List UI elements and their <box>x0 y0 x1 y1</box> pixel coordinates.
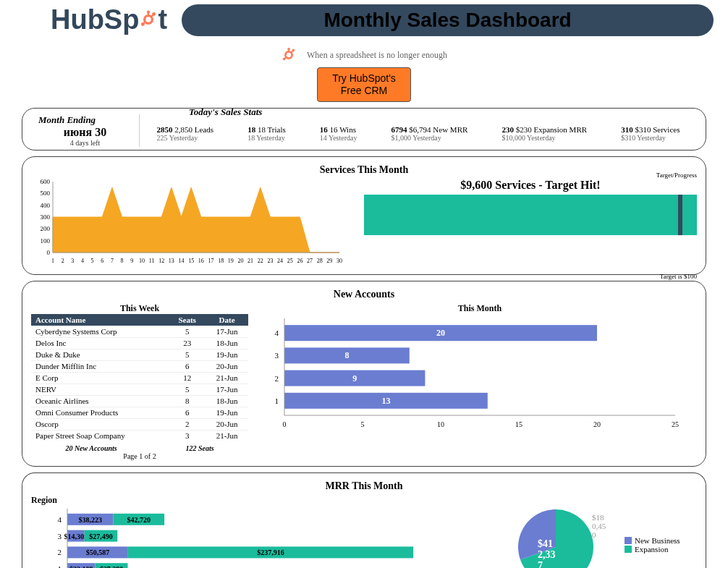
svg-text:26: 26 <box>297 258 302 264</box>
svg-text:300: 300 <box>41 213 51 221</box>
svg-text:2: 2 <box>62 258 64 264</box>
svg-text:1: 1 <box>275 396 279 404</box>
svg-text:$50,587: $50,587 <box>86 548 110 556</box>
accounts-title: New Accounts <box>31 289 697 300</box>
table-row: E Corp1221-Jun <box>31 372 248 383</box>
svg-text:600: 600 <box>41 179 51 185</box>
stat-item: 230 $230 Expansion MRR$10,000 Yesterday <box>501 125 587 142</box>
svg-text:25: 25 <box>287 258 293 264</box>
table-row: Oceanic Airlines818-Jun <box>31 395 248 407</box>
svg-text:30: 30 <box>337 258 342 264</box>
svg-text:19: 19 <box>228 258 234 264</box>
svg-text:3: 3 <box>71 258 74 264</box>
table-row: NERV517-Jun <box>31 383 248 395</box>
svg-text:9: 9 <box>130 258 133 264</box>
promo-tagline: When a spreadsheet is no longer enough <box>307 50 447 61</box>
svg-text:0: 0 <box>592 530 596 539</box>
svg-text:$23,109: $23,109 <box>69 565 93 568</box>
svg-text:4: 4 <box>58 514 62 523</box>
svg-text:0: 0 <box>283 420 287 428</box>
stat-item: 2850 2,850 Leads225 Yesterday <box>157 125 214 142</box>
svg-text:3: 3 <box>58 531 62 540</box>
svg-text:11: 11 <box>149 258 155 264</box>
svg-text:7: 7 <box>111 258 114 264</box>
svg-text:1: 1 <box>58 564 62 568</box>
svg-text:2: 2 <box>58 548 62 556</box>
try-crm-button[interactable]: Try HubSpot's Free CRM <box>317 67 411 102</box>
sprocket-icon <box>139 10 158 29</box>
mrr-pie-chart: $412,337$180,450 <box>505 500 614 568</box>
svg-text:0,45: 0,45 <box>592 522 606 530</box>
title-pill: Monthly Sales Dashboard <box>182 4 714 36</box>
svg-text:$42,720: $42,720 <box>127 515 151 523</box>
svg-text:13: 13 <box>381 395 390 405</box>
svg-text:15: 15 <box>188 258 194 264</box>
svg-text:20: 20 <box>237 258 243 264</box>
stat-item: 6794 $6,794 New MRR$1,000 Yesterday <box>391 125 468 142</box>
svg-line-12 <box>284 57 287 59</box>
svg-text:$38,223: $38,223 <box>78 515 102 523</box>
svg-text:6: 6 <box>101 258 103 264</box>
accounts-table: Account Name Seats Date Cyberdyne System… <box>31 314 248 441</box>
svg-text:9: 9 <box>352 373 357 383</box>
table-row: Delos Inc2318-Jun <box>31 337 248 349</box>
svg-text:2: 2 <box>275 373 279 382</box>
svg-text:$27,280: $27,280 <box>100 565 124 568</box>
svg-text:$237,916: $237,916 <box>257 548 284 556</box>
svg-text:4: 4 <box>81 258 84 264</box>
svg-text:$27,490: $27,490 <box>89 532 113 540</box>
svg-text:400: 400 <box>41 201 51 208</box>
hubspot-logo: HubSp t <box>51 4 167 35</box>
table-row: Cyberdyne Systems Corp517-Jun <box>31 326 248 337</box>
table-row: Dunder Mifflin Inc620-Jun <box>31 360 248 372</box>
svg-text:5: 5 <box>91 258 94 264</box>
svg-line-5 <box>143 22 145 24</box>
svg-line-13 <box>292 51 294 53</box>
svg-text:4: 4 <box>275 328 279 337</box>
svg-text:200: 200 <box>41 225 51 232</box>
sprocket-icon-small <box>281 47 297 63</box>
svg-text:14: 14 <box>179 258 185 264</box>
svg-text:25: 25 <box>672 420 679 428</box>
svg-text:20: 20 <box>593 420 601 428</box>
stat-item: 310 $310 Services$310 Yesterday <box>621 125 680 142</box>
svg-text:10: 10 <box>139 258 145 264</box>
svg-text:10: 10 <box>437 420 444 428</box>
svg-text:12: 12 <box>158 258 164 264</box>
table-row: Duke & Duke519-Jun <box>31 349 248 360</box>
svg-text:27: 27 <box>307 258 313 264</box>
svg-text:13: 13 <box>169 258 174 264</box>
svg-text:3: 3 <box>275 351 279 360</box>
svg-text:15: 15 <box>515 420 522 428</box>
table-row: Paper Street Soap Company321-Jun <box>31 430 248 441</box>
svg-text:23: 23 <box>267 258 273 264</box>
svg-text:8: 8 <box>344 350 349 360</box>
services-area-chart: 0100200300400500600123456789101112131415… <box>31 179 342 268</box>
svg-text:0: 0 <box>47 249 51 256</box>
svg-text:28: 28 <box>317 258 323 264</box>
svg-text:100: 100 <box>41 237 51 244</box>
svg-text:2,33: 2,33 <box>538 549 556 560</box>
svg-text:22: 22 <box>258 258 263 264</box>
mrr-bar-chart: $38,223$42,7204$14,305$27,4903$50,587$23… <box>31 506 494 568</box>
stat-item: 16 16 Wins14 Yesterday <box>320 125 357 142</box>
svg-text:20: 20 <box>436 328 445 338</box>
svg-text:1: 1 <box>51 258 54 264</box>
svg-text:16: 16 <box>198 258 204 264</box>
svg-text:7: 7 <box>538 560 543 568</box>
svg-text:17: 17 <box>208 258 213 264</box>
svg-text:18: 18 <box>218 258 224 264</box>
stat-item: 18 18 Trials18 Yesterday <box>247 125 286 142</box>
svg-text:29: 29 <box>326 258 332 264</box>
svg-text:24: 24 <box>277 258 283 264</box>
svg-text:500: 500 <box>41 190 51 197</box>
svg-line-6 <box>152 14 154 16</box>
mrr-title: MRR This Month <box>31 480 697 492</box>
svg-text:8: 8 <box>121 258 124 264</box>
pie-legend: New Business Expansion <box>625 536 697 554</box>
month-ending-box: Month Ending июня 30 4 days left <box>31 114 140 147</box>
svg-text:$18: $18 <box>592 513 604 522</box>
today-stats-header: Today's Sales Stats <box>189 107 262 116</box>
table-row: Omni Consumer Products619-Jun <box>31 407 248 418</box>
svg-text:21: 21 <box>247 258 253 264</box>
